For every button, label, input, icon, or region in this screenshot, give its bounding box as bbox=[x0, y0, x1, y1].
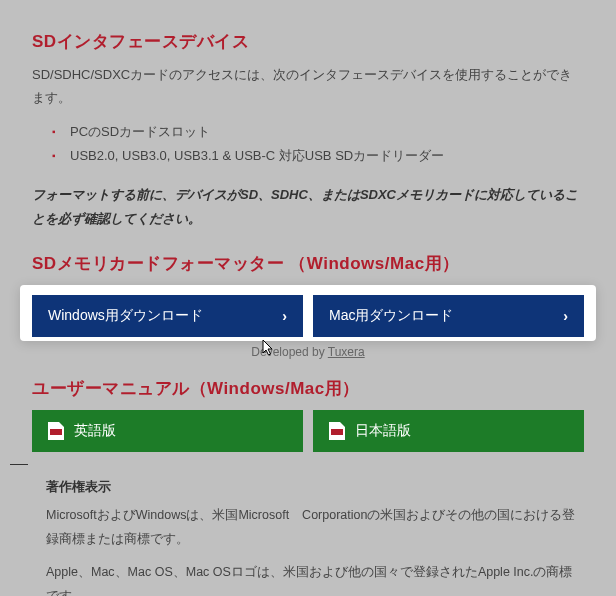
interface-bullets: PCのSDカードスロット USB2.0, USB3.0, USB3.1 & US… bbox=[32, 120, 584, 169]
mac-download-button[interactable]: Mac用ダウンロード › bbox=[313, 295, 584, 337]
mac-download-label: Mac用ダウンロード bbox=[329, 307, 453, 325]
page-content: SDインタフェースデバイス SD/SDHC/SDXCカードのアクセスには、次のイ… bbox=[0, 0, 616, 596]
section-interface-heading: SDインタフェースデバイス bbox=[32, 30, 584, 53]
windows-download-label: Windows用ダウンロード bbox=[48, 307, 203, 325]
manual-english-label: 英語版 bbox=[74, 422, 116, 440]
section-formatter-heading: SDメモリカードフォーマッター （Windows/Mac用） bbox=[32, 252, 584, 275]
windows-download-button[interactable]: Windows用ダウンロード › bbox=[32, 295, 303, 337]
dash-icon bbox=[10, 464, 28, 465]
manual-japanese-label: 日本語版 bbox=[355, 422, 411, 440]
pdf-icon bbox=[329, 422, 345, 440]
chevron-right-icon: › bbox=[282, 308, 287, 324]
manual-english-button[interactable]: 英語版 bbox=[32, 410, 303, 452]
list-item: PCのSDカードスロット bbox=[56, 120, 584, 145]
section-manual-heading: ユーザーマニュアル（Windows/Mac用） bbox=[32, 377, 584, 400]
manual-japanese-button[interactable]: 日本語版 bbox=[313, 410, 584, 452]
list-item: USB2.0, USB3.0, USB3.1 & USB-C 対応USB SDカ… bbox=[56, 144, 584, 169]
interface-desc: SD/SDHC/SDXCカードのアクセスには、次のインタフェースデバイスを使用す… bbox=[32, 63, 584, 110]
copyright-line: MicrosoftおよびWindowsは、米国Microsoft Corpora… bbox=[32, 504, 584, 552]
manual-row: 英語版 日本語版 bbox=[32, 410, 584, 452]
pdf-icon bbox=[48, 422, 64, 440]
developed-by-prefix: Developed by bbox=[251, 345, 328, 359]
download-row: Windows用ダウンロード › Mac用ダウンロード › bbox=[32, 295, 584, 337]
copyright-block: 著作権表示 MicrosoftおよびWindowsは、米国Microsoft C… bbox=[32, 478, 584, 596]
copyright-heading: 著作権表示 bbox=[46, 478, 111, 496]
developed-by: Developed by Tuxera bbox=[32, 345, 584, 359]
chevron-right-icon: › bbox=[563, 308, 568, 324]
tuxera-link[interactable]: Tuxera bbox=[328, 345, 365, 359]
download-card: Windows用ダウンロード › Mac用ダウンロード › bbox=[20, 285, 596, 341]
format-warning: フォーマットする前に、デバイスがSD、SDHC、またはSDXCメモリカードに対応… bbox=[32, 183, 584, 230]
copyright-line: Apple、Mac、Mac OS、Mac OSロゴは、米国および他の国々で登録さ… bbox=[32, 561, 584, 596]
